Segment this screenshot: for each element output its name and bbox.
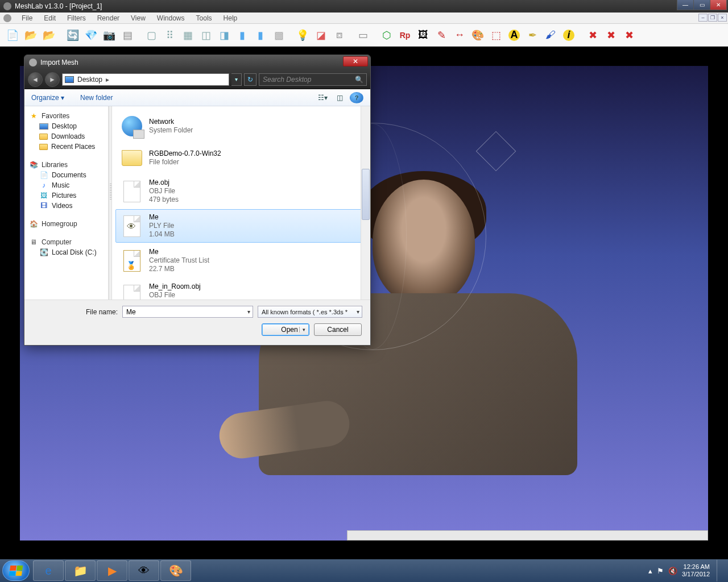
light-icon[interactable]: 💡	[295, 27, 311, 43]
nav-localdisk-c[interactable]: 💽Local Disk (C:)	[27, 247, 106, 257]
nav-pictures[interactable]: 🖼Pictures	[27, 190, 106, 201]
back-button[interactable]: ◄	[28, 72, 43, 87]
open-project-icon[interactable]: 📂	[23, 27, 39, 43]
file-item[interactable]: RGBDemo-0.7.0-Win32File folder	[115, 143, 367, 173]
mdi-close-button[interactable]: ×	[718, 14, 727, 22]
mdi-restore-button[interactable]: ❐	[708, 14, 717, 22]
filetype-filter[interactable]: All known formats ( *.es *.3ds *	[258, 306, 362, 318]
new-project-icon[interactable]: 📄	[5, 27, 20, 43]
nav-desktop[interactable]: Desktop	[27, 121, 106, 131]
reload-icon[interactable]: 🔄	[65, 27, 81, 43]
clock[interactable]: 12:26 AM 3/17/2012	[682, 563, 710, 578]
menu-render[interactable]: Render	[92, 14, 125, 22]
menu-file[interactable]: File	[16, 14, 38, 22]
folder-icon	[39, 144, 48, 150]
preview-pane-button[interactable]: ◫	[333, 92, 346, 103]
show-desktop-button[interactable]	[717, 560, 723, 581]
hiddenlines-icon[interactable]: ◫	[198, 27, 214, 43]
delete-face-icon[interactable]: ✖	[585, 27, 601, 43]
backface-icon[interactable]: ◪	[313, 27, 329, 43]
file-item[interactable]: MeCertificate Trust List22.7 MB	[115, 244, 367, 277]
pick-icon[interactable]: ✒	[524, 27, 540, 43]
menu-edit[interactable]: Edit	[38, 14, 61, 22]
paint-icon[interactable]: 🎨	[470, 27, 486, 43]
menu-tools[interactable]: Tools	[191, 14, 218, 22]
layers-icon[interactable]: ▤	[119, 27, 135, 43]
nav-documents[interactable]: 📄Documents	[27, 170, 106, 180]
window-titlebar: MeshLab v1.3.0 - [Project_1] — ▭ ✕	[0, 0, 728, 13]
smooth-icon[interactable]: ▮	[253, 27, 268, 43]
annotation-a-icon[interactable]: A	[506, 27, 522, 43]
taskbar-paint[interactable]: 🎨	[160, 560, 191, 581]
doubleside-icon[interactable]: ⧈	[331, 27, 347, 43]
import-mesh-icon[interactable]: 📂	[41, 27, 57, 43]
document-icon: 📄	[39, 171, 48, 179]
file-item[interactable]: Me.objOBJ File479 bytes	[115, 174, 367, 208]
align-icon[interactable]: ⬡	[379, 27, 395, 43]
start-button[interactable]	[2, 560, 30, 581]
nav-favorites[interactable]: ★Favorites	[27, 111, 106, 121]
tray-volume-icon[interactable]: 🔇	[668, 567, 677, 575]
filename-input[interactable]: Me	[122, 306, 253, 318]
reference-icon[interactable]: ✎	[433, 27, 449, 43]
organize-button[interactable]: Organize ▾	[31, 94, 64, 102]
taskbar-ie[interactable]: e	[33, 560, 64, 581]
menu-windows[interactable]: Windows	[151, 14, 191, 22]
flat-icon[interactable]: ▮	[234, 27, 250, 43]
delete-all-icon[interactable]: ✖	[621, 27, 637, 43]
file-scrollbar[interactable]	[361, 106, 370, 300]
address-bar[interactable]: Desktop ▸	[62, 73, 229, 86]
menu-help[interactable]: Help	[218, 14, 243, 22]
refresh-button[interactable]: ↻	[244, 73, 257, 86]
wireframe-icon[interactable]: ▦	[180, 27, 196, 43]
bbox-icon[interactable]: ▢	[143, 27, 159, 43]
open-button[interactable]: Open	[262, 323, 309, 336]
search-input[interactable]: Search Desktop 🔍	[259, 73, 367, 86]
brush-icon[interactable]: 🖌	[543, 27, 559, 43]
cancel-button[interactable]: Cancel	[314, 323, 362, 336]
new-folder-button[interactable]: New folder	[80, 94, 113, 102]
select-vert-icon[interactable]: ⬚	[488, 27, 504, 43]
photo-icon[interactable]: 🖼	[415, 27, 431, 43]
tray-up-icon[interactable]: ▴	[648, 567, 652, 575]
points-icon[interactable]: ⠿	[162, 27, 177, 43]
help-icon[interactable]: ?	[350, 92, 363, 103]
menu-view[interactable]: View	[125, 14, 151, 22]
forward-button[interactable]: ►	[45, 72, 60, 87]
nav-music[interactable]: ♪Music	[27, 180, 106, 190]
address-dropdown[interactable]: ▾	[231, 73, 242, 86]
search-placeholder: Search Desktop	[263, 76, 311, 84]
file-item[interactable]: NetworkSystem Folder	[115, 111, 367, 142]
nav-videos[interactable]: 🎞Videos	[27, 201, 106, 211]
save-icon[interactable]: 💎	[83, 27, 99, 43]
flatlines-icon[interactable]: ◨	[216, 27, 232, 43]
arc3d-icon[interactable]: Rp	[397, 27, 413, 43]
nav-downloads[interactable]: Downloads	[27, 131, 106, 142]
delete-vert-icon[interactable]: ✖	[603, 27, 619, 43]
info-icon[interactable]: i	[561, 27, 577, 43]
maximize-button[interactable]: ▭	[693, 0, 710, 10]
tray-flag-icon[interactable]: ⚑	[657, 567, 664, 575]
file-item[interactable]: MePLY File1.04 MB	[115, 209, 367, 243]
snapshot-icon[interactable]: 📷	[101, 27, 117, 43]
menu-filters[interactable]: Filters	[61, 14, 92, 22]
taskbar-meshlab[interactable]: 👁	[129, 560, 159, 581]
taskbar-explorer[interactable]: 📁	[65, 560, 96, 581]
view-options-button[interactable]: ☷▾	[316, 92, 329, 103]
texture-icon[interactable]: ▩	[271, 27, 287, 43]
close-button[interactable]: ✕	[710, 0, 727, 10]
dialog-close-button[interactable]: ✕	[343, 56, 368, 66]
nav-libraries[interactable]: 📚Libraries	[27, 160, 106, 170]
horizontal-scrollbar[interactable]	[347, 530, 708, 541]
measure-icon[interactable]: ↔	[452, 27, 468, 43]
minimize-button[interactable]: —	[677, 0, 694, 10]
nav-recent[interactable]: Recent Places	[27, 142, 106, 152]
select-rect-icon[interactable]: ▭	[355, 27, 371, 43]
dialog-titlebar[interactable]: Import Mesh ✕	[24, 55, 370, 70]
file-name: Me_in_Room.obj	[149, 282, 201, 291]
nav-homegroup[interactable]: 🏠Homegroup	[27, 219, 106, 229]
file-item[interactable]: Me_in_Room.objOBJ File507 bytes	[115, 278, 367, 300]
taskbar-mediaplayer[interactable]: ▶	[97, 560, 127, 581]
nav-computer[interactable]: 🖥Computer	[27, 237, 106, 247]
mdi-minimize-button[interactable]: –	[698, 14, 708, 22]
